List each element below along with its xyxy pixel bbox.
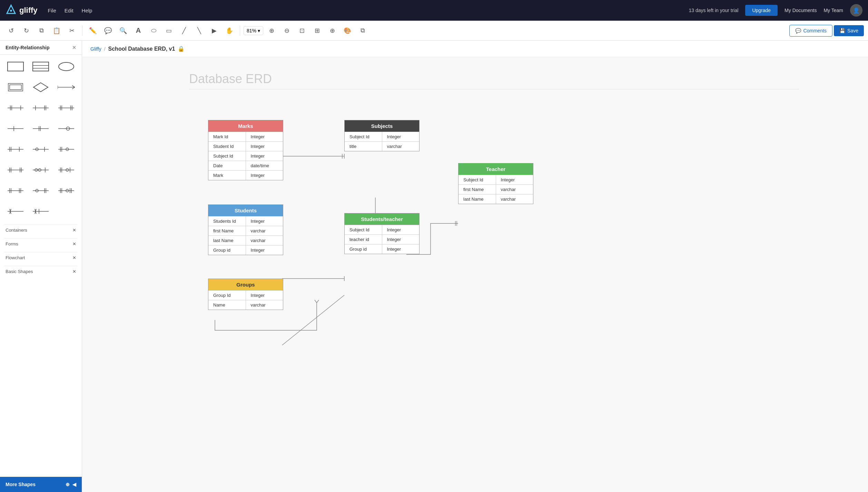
shape-erd-8[interactable] xyxy=(30,142,52,157)
comments-label: Comments xyxy=(803,28,827,33)
students-row-3[interactable]: last Name varchar xyxy=(208,235,283,245)
zoom-out-button[interactable]: ⊖ xyxy=(280,24,294,38)
line-tool[interactable]: ╱ xyxy=(177,24,191,38)
shape-erd-4[interactable] xyxy=(4,121,27,136)
shape-erd-9[interactable] xyxy=(55,142,78,157)
undo-button[interactable]: ↺ xyxy=(4,24,18,38)
groups-row-1[interactable]: Group Id Integer xyxy=(208,290,283,300)
sidebar-close-icon[interactable]: ✕ xyxy=(72,45,76,50)
shape-erd-11[interactable] xyxy=(30,162,52,178)
teacher-field-1-name: Subject Id xyxy=(458,175,496,184)
logo[interactable]: gliffy xyxy=(6,4,38,17)
students-row-4[interactable]: Group id Integer xyxy=(208,245,283,255)
fit-selection-button[interactable]: ⊞ xyxy=(310,24,324,38)
breadcrumb-gliffy[interactable]: Gliffy xyxy=(90,46,101,52)
help-menu[interactable]: Help xyxy=(82,8,92,13)
table-teacher[interactable]: Teacher Subject Id Integer first Name va… xyxy=(458,163,533,204)
shape-erd-13[interactable] xyxy=(4,183,27,198)
shape-weak-entity[interactable] xyxy=(4,80,27,95)
add-button[interactable]: ⊕ xyxy=(325,24,339,38)
marks-row-3[interactable]: Subject Id Integer xyxy=(208,151,283,161)
containers-section[interactable]: Containers ✕ xyxy=(4,224,78,235)
search-tool[interactable]: 🔍 xyxy=(116,24,130,38)
text-tool[interactable]: A xyxy=(131,24,145,38)
canvas-area[interactable]: Gliffy / School Database ERD, v1 🔒 Datab… xyxy=(82,41,868,492)
pen-tool[interactable]: ✏️ xyxy=(86,24,100,38)
subjects-row-1[interactable]: Subject Id Integer xyxy=(345,132,419,141)
shape-erd-14[interactable] xyxy=(30,183,52,198)
save-button[interactable]: 💾 Save xyxy=(834,25,864,36)
shape-erd-1[interactable] xyxy=(4,100,27,116)
marks-row-4[interactable]: Date date/time xyxy=(208,161,283,170)
shape-erd-6[interactable] xyxy=(55,121,78,136)
edit-menu[interactable]: Edit xyxy=(65,8,73,13)
line2-tool[interactable]: ╲ xyxy=(192,24,206,38)
subjects-row-2[interactable]: title varchar xyxy=(345,141,419,151)
flowchart-section[interactable]: Flowchart ✕ xyxy=(4,252,78,263)
st-row-1[interactable]: Subject Id Integer xyxy=(345,225,419,234)
shape-entity[interactable] xyxy=(4,59,27,74)
cut-button[interactable]: ✂ xyxy=(65,24,79,38)
marks-row-1[interactable]: Mark Id Integer xyxy=(208,132,283,141)
marks-row-5[interactable]: Mark Integer xyxy=(208,170,283,180)
shape-ellipse[interactable] xyxy=(55,59,78,74)
st-field-2-type: Integer xyxy=(382,235,420,244)
marks-row-2[interactable]: Student Id Integer xyxy=(208,141,283,151)
canvas-workspace[interactable]: Database ERD xyxy=(82,61,868,492)
students-row-2[interactable]: first Name varchar xyxy=(208,226,283,235)
table-subjects[interactable]: Subjects Subject Id Integer title varcha… xyxy=(344,120,420,151)
marks-field-4-name: Date xyxy=(208,161,246,170)
copy-button[interactable]: ⧉ xyxy=(34,24,48,38)
lock-icon[interactable]: 🔒 xyxy=(178,46,185,52)
shape-erd-17[interactable] xyxy=(30,204,52,219)
teacher-row-3[interactable]: last Name varchar xyxy=(458,194,533,204)
table-marks[interactable]: Marks Mark Id Integer Student Id Integer… xyxy=(208,120,283,180)
select-tool[interactable]: ▶ xyxy=(207,24,221,38)
user-avatar[interactable]: 👤 xyxy=(850,4,862,17)
teacher-row-2[interactable]: first Name varchar xyxy=(458,184,533,194)
students-field-4-name: Group id xyxy=(208,245,246,255)
file-menu[interactable]: File xyxy=(48,8,56,13)
shape-erd-3[interactable] xyxy=(55,100,78,116)
my-documents-link[interactable]: My Documents xyxy=(785,8,817,13)
shape-one-to-many[interactable] xyxy=(55,80,78,95)
zoom-control[interactable]: 81% ▾ xyxy=(244,26,263,35)
table-groups[interactable]: Groups Group Id Integer Name varchar xyxy=(208,279,283,310)
ellipse-tool[interactable]: ⬭ xyxy=(147,24,160,38)
paste-button[interactable]: 📋 xyxy=(50,24,63,38)
upgrade-button[interactable]: Upgrade xyxy=(745,5,778,16)
shape-erd-2[interactable] xyxy=(30,100,52,116)
more-shapes-footer[interactable]: More Shapes ⊕ ◀ xyxy=(0,477,82,492)
shape-diamond[interactable] xyxy=(30,80,52,95)
color-button[interactable]: 🎨 xyxy=(341,24,354,38)
shape-table[interactable] xyxy=(30,59,52,74)
students-row-1[interactable]: Students Id Integer xyxy=(208,216,283,226)
svg-marker-9 xyxy=(33,83,48,92)
shape-erd-10[interactable] xyxy=(4,162,27,178)
basic-shapes-section[interactable]: Basic Shapes ✕ xyxy=(4,266,78,277)
comment-tool[interactable]: 💬 xyxy=(101,24,115,38)
teacher-row-1[interactable]: Subject Id Integer xyxy=(458,175,533,184)
table-students[interactable]: Students Students Id Integer first Name … xyxy=(208,204,283,255)
shape-erd-5[interactable] xyxy=(30,121,52,136)
fit-page-button[interactable]: ⊡ xyxy=(295,24,309,38)
subjects-field-1-type: Integer xyxy=(382,132,420,141)
my-team-link[interactable]: My Team xyxy=(823,8,843,13)
forms-section[interactable]: Forms ✕ xyxy=(4,238,78,249)
shape-erd-16[interactable] xyxy=(4,204,27,219)
subjects-header: Subjects xyxy=(345,120,419,132)
shape-erd-15[interactable] xyxy=(55,183,78,198)
shape-erd-12[interactable] xyxy=(55,162,78,178)
hand-tool[interactable]: ✋ xyxy=(223,24,236,38)
st-row-3[interactable]: Group id Integer xyxy=(345,244,419,254)
rect-tool[interactable]: ▭ xyxy=(162,24,176,38)
zoom-in-button[interactable]: ⊕ xyxy=(265,24,278,38)
students-field-3-name: last Name xyxy=(208,236,246,245)
shape-erd-7[interactable] xyxy=(4,142,27,157)
layers-button[interactable]: ⧉ xyxy=(356,24,369,38)
groups-row-2[interactable]: Name varchar xyxy=(208,300,283,310)
table-students-teacher[interactable]: Students/teacher Subject Id Integer teac… xyxy=(344,213,420,254)
comments-button[interactable]: 💬 Comments xyxy=(789,25,832,37)
st-row-2[interactable]: teacher id Integer xyxy=(345,234,419,244)
redo-button[interactable]: ↻ xyxy=(19,24,33,38)
